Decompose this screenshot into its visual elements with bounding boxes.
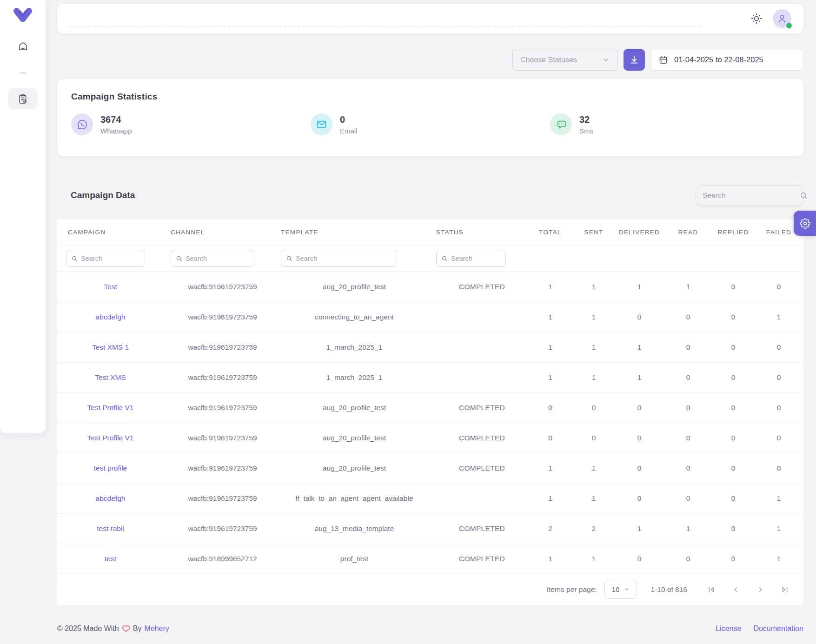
template-cell: 1_march_2025_1 xyxy=(274,332,428,362)
download-button[interactable] xyxy=(624,49,645,71)
sidebar-item-collapsed[interactable] xyxy=(18,71,28,75)
channel-filter xyxy=(171,250,254,267)
search-icon xyxy=(441,255,448,262)
template-filter-input[interactable] xyxy=(296,255,392,262)
channel-cell: wacfb:919619723759 xyxy=(164,302,274,332)
table-row: Test Profile V1 wacfb:919619723759 aug_2… xyxy=(57,423,803,453)
table-row: test profile wacfb:919619723759 aug_20_p… xyxy=(57,453,803,483)
sent-cell: 1 xyxy=(573,272,615,302)
campaign-link[interactable]: Test XMS xyxy=(95,373,126,381)
search-input[interactable] xyxy=(703,191,796,199)
mehery-link[interactable]: Mehery xyxy=(144,624,169,633)
table-row: Test XMS 1 wacfb:919619723759 1_march_20… xyxy=(57,332,803,362)
channel-cell: wacfb:919619723759 xyxy=(164,362,274,392)
delivered-cell: 0 xyxy=(615,453,664,483)
search-icon xyxy=(71,255,78,262)
sun-icon xyxy=(750,13,763,25)
replied-cell: 0 xyxy=(712,392,754,423)
template-cell: aug_20_profile_test xyxy=(274,453,428,483)
read-cell: 1 xyxy=(664,272,712,302)
failed-cell: 0 xyxy=(754,272,803,302)
delivered-cell: 1 xyxy=(615,272,664,302)
campaign-link[interactable]: Test Profile V1 xyxy=(87,404,134,412)
next-page-button[interactable] xyxy=(756,585,764,594)
campaign-link[interactable]: Test XMS 1 xyxy=(92,343,129,351)
campaign-link[interactable]: test xyxy=(105,555,116,563)
total-cell: 1 xyxy=(528,453,573,483)
table-row: abcdefgh wacfb:919619723759 ff_talk_to_a… xyxy=(57,483,803,513)
email-label: Email xyxy=(340,127,358,135)
status-cell xyxy=(428,362,528,392)
campaign-link[interactable]: abcdefgh xyxy=(96,313,126,321)
mehery-logo-icon[interactable] xyxy=(12,7,33,25)
sidebar xyxy=(0,0,46,433)
read-cell: 0 xyxy=(664,423,712,453)
license-link[interactable]: License xyxy=(716,624,741,633)
copyright-text: © 2025 Made With xyxy=(57,624,119,633)
replied-cell: 0 xyxy=(712,453,754,483)
status-cell xyxy=(428,483,528,513)
calendar-icon xyxy=(658,55,668,65)
column-header-status: STATUS xyxy=(428,219,528,245)
table-row: Test XMS wacfb:919619723759 1_march_2025… xyxy=(57,362,803,392)
status-filter-input[interactable] xyxy=(451,255,501,262)
template-cell: aug_20_profile_test xyxy=(274,272,428,302)
status-cell: COMPLETED xyxy=(428,453,528,483)
date-range-picker[interactable]: 01-04-2025 to 22-08-2025 xyxy=(651,49,803,71)
channel-cell: wacfb:919619723759 xyxy=(164,392,274,423)
channel-filter-input[interactable] xyxy=(186,255,249,262)
column-header-sent: SENT xyxy=(573,219,615,245)
last-page-button[interactable] xyxy=(780,585,789,594)
campaign-link[interactable]: abcdefgh xyxy=(96,494,126,502)
channel-cell: wacfb:919619723759 xyxy=(164,483,274,513)
delivered-cell: 0 xyxy=(615,483,664,513)
sent-cell: 1 xyxy=(573,453,615,483)
sidebar-item-campaign-report[interactable] xyxy=(8,88,38,109)
campaign-filter xyxy=(66,250,145,267)
template-cell: prof_test xyxy=(274,544,428,574)
user-avatar[interactable] xyxy=(773,9,791,28)
replied-cell: 0 xyxy=(712,423,754,453)
sidebar-item-home[interactable] xyxy=(18,41,28,52)
column-header-total: TOTAL xyxy=(528,219,573,245)
documentation-link[interactable]: Documentation xyxy=(753,624,803,633)
campaign-link[interactable]: Test Profile V1 xyxy=(87,434,134,442)
template-cell: 1_march_2025_1 xyxy=(274,362,428,392)
campaign-link[interactable]: test rabil xyxy=(97,524,124,532)
template-cell: aug_20_profile_test xyxy=(274,392,428,423)
column-header-delivered: DELIVERED xyxy=(615,219,664,245)
sent-cell: 1 xyxy=(573,362,615,392)
status-cell xyxy=(428,332,528,362)
status-cell: COMPLETED xyxy=(428,513,528,544)
delivered-cell: 0 xyxy=(615,302,664,332)
theme-toggle-button[interactable] xyxy=(750,13,763,25)
total-cell: 0 xyxy=(528,423,573,453)
failed-cell: 1 xyxy=(754,513,803,544)
table-settings-button[interactable] xyxy=(794,211,816,236)
template-cell: connecting_to_an_agent xyxy=(274,302,428,332)
page-footer: © 2025 Made With By Mehery License Docum… xyxy=(57,624,803,633)
page-size-select[interactable]: 10 xyxy=(604,580,637,599)
channel-cell: wacfb:919619723759 xyxy=(164,272,274,302)
search-icon xyxy=(176,255,182,262)
template-filter xyxy=(281,250,397,267)
choose-statuses-select[interactable]: Choose Statuses xyxy=(512,49,617,71)
campaign-link[interactable]: Test xyxy=(104,283,117,291)
page-size-value: 10 xyxy=(611,585,619,594)
table-row: test wacfb:918999652712 prof_test COMPLE… xyxy=(57,544,803,574)
download-icon xyxy=(629,55,639,65)
first-page-icon xyxy=(707,585,716,594)
template-cell: ff_talk_to_an_agent_agent_available xyxy=(274,483,428,513)
whatsapp-count: 3674 xyxy=(100,114,132,125)
choose-statuses-placeholder: Choose Statuses xyxy=(520,56,577,64)
delivered-cell: 1 xyxy=(615,362,664,392)
campaign-filter-input[interactable] xyxy=(81,255,140,262)
gear-icon xyxy=(800,218,810,229)
replied-cell: 0 xyxy=(712,302,754,332)
campaign-link[interactable]: test profile xyxy=(94,464,127,472)
first-page-button[interactable] xyxy=(707,585,716,594)
previous-page-button[interactable] xyxy=(732,585,740,594)
home-icon xyxy=(18,41,28,52)
read-cell: 0 xyxy=(664,483,712,513)
sent-cell: 2 xyxy=(573,513,615,544)
